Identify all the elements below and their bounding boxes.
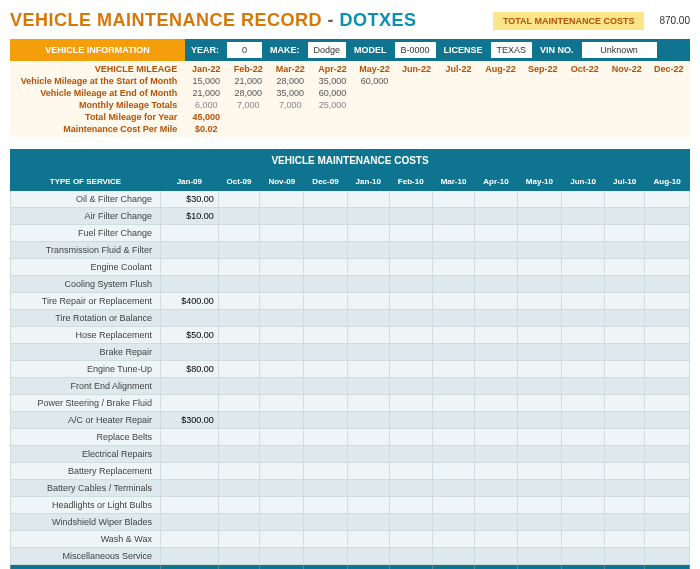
service-cell[interactable]	[347, 480, 389, 497]
service-cell[interactable]	[604, 327, 644, 344]
service-cell[interactable]	[304, 259, 347, 276]
service-cell[interactable]	[347, 361, 389, 378]
service-cell[interactable]	[260, 463, 304, 480]
service-cell[interactable]	[161, 531, 219, 548]
service-cell[interactable]	[645, 293, 690, 310]
info-field-value[interactable]: Unknown	[582, 42, 657, 58]
service-cell[interactable]	[389, 242, 432, 259]
mileage-cell[interactable]	[438, 87, 480, 99]
service-cell[interactable]	[218, 361, 260, 378]
service-cell[interactable]	[475, 378, 517, 395]
service-cell[interactable]	[432, 378, 475, 395]
service-cell[interactable]	[218, 276, 260, 293]
service-cell[interactable]	[161, 514, 219, 531]
service-cell[interactable]	[604, 191, 644, 208]
service-cell[interactable]	[389, 259, 432, 276]
service-cell[interactable]	[218, 446, 260, 463]
service-cell[interactable]	[645, 463, 690, 480]
mileage-cell[interactable]	[395, 75, 437, 87]
service-cell[interactable]	[517, 242, 562, 259]
service-cell[interactable]	[562, 225, 605, 242]
mileage-cell[interactable]: 35,000	[269, 87, 311, 99]
service-cell[interactable]	[475, 208, 517, 225]
service-cell[interactable]	[432, 412, 475, 429]
service-cell[interactable]	[604, 446, 644, 463]
service-cell[interactable]	[604, 395, 644, 412]
mileage-cell[interactable]: 21,000	[185, 87, 227, 99]
mileage-cell[interactable]	[480, 123, 522, 135]
service-cell[interactable]	[475, 429, 517, 446]
service-cell[interactable]	[517, 208, 562, 225]
service-cell[interactable]	[645, 242, 690, 259]
service-cell[interactable]	[432, 361, 475, 378]
mileage-cell[interactable]	[480, 75, 522, 87]
service-cell[interactable]	[260, 225, 304, 242]
mileage-cell[interactable]	[480, 87, 522, 99]
service-cell[interactable]	[645, 361, 690, 378]
mileage-cell[interactable]	[395, 111, 437, 123]
service-cell[interactable]	[604, 208, 644, 225]
service-cell[interactable]	[432, 463, 475, 480]
service-cell[interactable]	[432, 514, 475, 531]
service-cell[interactable]	[645, 191, 690, 208]
service-cell[interactable]	[562, 293, 605, 310]
info-field-value[interactable]: TEXAS	[491, 42, 533, 58]
service-cell[interactable]	[604, 259, 644, 276]
mileage-cell[interactable]	[480, 99, 522, 111]
service-cell[interactable]	[347, 208, 389, 225]
service-cell[interactable]	[304, 548, 347, 565]
service-cell[interactable]	[645, 276, 690, 293]
service-cell[interactable]	[517, 548, 562, 565]
mileage-cell[interactable]: 45,000	[185, 111, 227, 123]
service-cell[interactable]	[475, 225, 517, 242]
service-cell[interactable]	[304, 531, 347, 548]
service-cell[interactable]	[475, 514, 517, 531]
service-cell[interactable]	[517, 191, 562, 208]
service-cell[interactable]	[260, 531, 304, 548]
service-cell[interactable]	[432, 293, 475, 310]
service-cell[interactable]	[304, 191, 347, 208]
service-cell[interactable]	[260, 191, 304, 208]
service-cell[interactable]	[475, 344, 517, 361]
service-cell[interactable]	[645, 514, 690, 531]
service-cell[interactable]	[218, 497, 260, 514]
service-cell[interactable]	[517, 480, 562, 497]
service-cell[interactable]	[432, 191, 475, 208]
service-cell[interactable]	[389, 344, 432, 361]
service-cell[interactable]	[218, 310, 260, 327]
service-cell[interactable]	[517, 378, 562, 395]
service-cell[interactable]	[645, 378, 690, 395]
mileage-cell[interactable]: 28,000	[269, 75, 311, 87]
service-cell[interactable]	[218, 429, 260, 446]
service-cell[interactable]	[304, 293, 347, 310]
mileage-cell[interactable]	[606, 99, 648, 111]
service-cell[interactable]	[645, 412, 690, 429]
service-cell[interactable]	[389, 361, 432, 378]
service-cell[interactable]	[389, 531, 432, 548]
mileage-cell[interactable]	[227, 123, 269, 135]
service-cell[interactable]	[218, 514, 260, 531]
service-cell[interactable]	[604, 463, 644, 480]
service-cell[interactable]	[304, 242, 347, 259]
service-cell[interactable]	[347, 242, 389, 259]
service-cell[interactable]	[432, 242, 475, 259]
service-cell[interactable]	[260, 412, 304, 429]
service-cell[interactable]	[604, 242, 644, 259]
service-cell[interactable]	[347, 310, 389, 327]
service-cell[interactable]	[604, 429, 644, 446]
service-cell[interactable]	[260, 378, 304, 395]
mileage-cell[interactable]: 21,000	[227, 75, 269, 87]
service-cell[interactable]: $10.00	[161, 208, 219, 225]
service-cell[interactable]	[517, 225, 562, 242]
service-cell[interactable]	[347, 344, 389, 361]
mileage-cell[interactable]	[522, 75, 564, 87]
service-cell[interactable]	[517, 259, 562, 276]
service-cell[interactable]	[562, 412, 605, 429]
mileage-cell[interactable]: $0.02	[185, 123, 227, 135]
service-cell[interactable]	[218, 531, 260, 548]
mileage-cell[interactable]	[522, 111, 564, 123]
mileage-cell[interactable]	[648, 87, 690, 99]
service-cell[interactable]	[304, 361, 347, 378]
service-cell[interactable]	[562, 531, 605, 548]
service-cell[interactable]	[304, 276, 347, 293]
